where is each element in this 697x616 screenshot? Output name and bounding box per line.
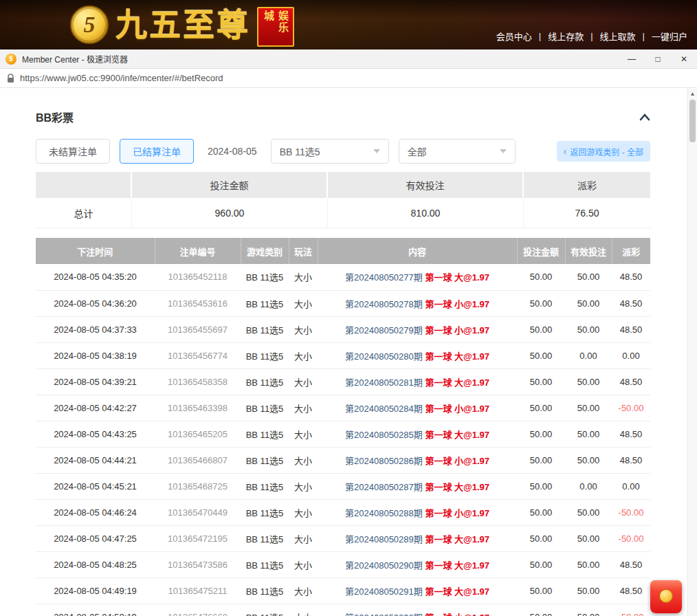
bet-table-body: 2024-08-05 04:35:20101365452118BB 11选5大小… <box>36 264 650 616</box>
content-cell: 第202408050287期 第一球 大@1.97 <box>318 473 517 499</box>
table-row: 2024-08-05 04:39:21101365458358BB 11选5大小… <box>36 368 650 395</box>
order-id-cell: 101365453616 <box>155 290 241 316</box>
content-cell: 第202408050292期 第一球 小@1.97 <box>318 604 517 616</box>
valid-bet-cell: 50.00 <box>565 604 612 616</box>
pick-text: 第一球 大@1.97 <box>425 430 489 440</box>
game-type-cell: BB 11选5 <box>241 342 289 368</box>
bet-time-cell: 2024-08-05 04:37:33 <box>36 316 155 342</box>
bet-amount-cell: 50.00 <box>517 604 565 616</box>
col-header-order-id: 注单编号 <box>155 238 241 264</box>
order-id-cell: 101365465205 <box>155 421 241 447</box>
payout-cell: -50.00 <box>612 395 650 421</box>
settled-bets-button[interactable]: 已结算注单 <box>120 139 194 164</box>
game-type-cell: BB 11选5 <box>241 368 289 395</box>
payout-cell: 48.50 <box>612 421 650 447</box>
banner-nav-item[interactable]: 一键归户 <box>652 30 687 43</box>
col-header-bet-time: 下注时间 <box>36 238 155 264</box>
bet-amount-cell: 50.00 <box>517 447 565 473</box>
order-id-cell: 101365476668 <box>155 604 241 616</box>
summary-total-row: 总计 960.00 810.00 76.50 <box>36 198 650 228</box>
maximize-button[interactable]: □ <box>645 50 671 68</box>
url-text[interactable]: https://www.jw05.cc:9900/infe/mcenter/#/… <box>20 73 223 83</box>
order-id-cell: 101365456774 <box>155 342 241 368</box>
content-cell: 第202408050289期 第一球 大@1.97 <box>318 525 517 551</box>
valid-bet-cell: 50.00 <box>565 290 612 316</box>
logo-coin-icon: 5 <box>70 6 109 44</box>
content-cell: 第202408050277期 第一球 大@1.97 <box>318 264 517 290</box>
period-text: 第202408050280期 <box>345 351 425 362</box>
period-text: 第202408050290期 <box>345 560 425 571</box>
play-type-cell: 大小 <box>289 395 318 421</box>
bet-amount-cell: 50.00 <box>517 342 565 368</box>
pick-text: 第一球 大@1.97 <box>425 534 489 544</box>
back-to-category-button[interactable]: ‹ 返回游戏类别 - 全部 <box>557 141 650 162</box>
payout-cell: -50.00 <box>612 604 650 616</box>
pick-text: 第一球 大@1.97 <box>425 377 489 388</box>
table-row: 2024-08-05 04:45:21101365468725BB 11选5大小… <box>36 473 650 499</box>
table-row: 2024-08-05 04:49:19101365475211BB 11选5大小… <box>36 578 650 604</box>
bet-time-cell: 2024-08-05 04:50:19 <box>36 604 155 616</box>
bet-amount-cell: 50.00 <box>517 525 565 551</box>
banner-nav-item[interactable]: 线上取款 <box>600 30 636 43</box>
col-header-valid-bet: 有效投注 <box>565 238 612 264</box>
browser-titlebar: 5 Member Center - 极速浏览器 — □ ✕ <box>0 50 697 69</box>
bet-amount-cell: 50.00 <box>517 421 565 447</box>
play-type-cell: 大小 <box>289 290 318 316</box>
content-cell: 第202408050281期 第一球 大@1.97 <box>318 368 517 395</box>
banner-nav-item[interactable]: 线上存款 <box>548 30 584 43</box>
bet-time-cell: 2024-08-05 04:39:21 <box>36 368 155 395</box>
table-row: 2024-08-05 04:35:20101365452118BB 11选5大小… <box>36 264 650 290</box>
pick-text: 第一球 小@1.97 <box>425 613 489 616</box>
unsettled-bets-button[interactable]: 未结算注单 <box>36 139 110 164</box>
chevron-up-icon <box>639 113 650 121</box>
close-button[interactable]: ✕ <box>671 50 697 68</box>
logo-coin-digit: 5 <box>84 12 96 38</box>
game-select[interactable]: BB 11选5 <box>271 139 389 164</box>
order-id-cell: 101365472195 <box>155 525 241 551</box>
col-header-bet-amount: 投注金额 <box>517 238 565 264</box>
game-type-cell: BB 11选5 <box>241 264 289 290</box>
play-type-cell: 大小 <box>289 604 318 616</box>
content-cell: 第202408050280期 第一球 大@1.97 <box>318 342 517 368</box>
play-type-cell: 大小 <box>289 499 318 525</box>
game-type-cell: BB 11选5 <box>241 316 289 342</box>
valid-bet-cell: 50.00 <box>565 525 612 551</box>
period-text: 第202408050289期 <box>345 534 425 544</box>
play-type-cell: 大小 <box>289 264 318 290</box>
scrollbar-up-arrow[interactable]: ▲ <box>688 89 697 99</box>
bet-time-cell: 2024-08-05 04:42:27 <box>36 395 155 421</box>
game-type-cell: BB 11选5 <box>241 421 289 447</box>
site-logo: 5 九五至尊 娱乐城 <box>70 3 294 46</box>
chevron-down-icon <box>373 149 380 153</box>
bet-amount-cell: 50.00 <box>517 499 565 525</box>
table-row: 2024-08-05 04:36:20101365453616BB 11选5大小… <box>36 290 650 316</box>
minimize-button[interactable]: — <box>619 50 645 68</box>
bet-amount-cell: 50.00 <box>517 264 565 290</box>
payout-cell: 0.00 <box>612 342 650 368</box>
content-cell: 第202408050285期 第一球 大@1.97 <box>318 421 517 447</box>
content-cell: 第202408050284期 第一球 小@1.97 <box>318 395 517 421</box>
collapse-panel-button[interactable] <box>639 113 650 121</box>
period-text: 第202408050279期 <box>345 325 425 336</box>
valid-bet-cell: 50.00 <box>565 551 612 578</box>
scrollbar-thumb[interactable] <box>689 100 696 142</box>
col-header-payout: 派彩 <box>612 238 650 264</box>
bet-time-cell: 2024-08-05 04:38:19 <box>36 342 155 368</box>
table-row: 2024-08-05 04:46:24101365470449BB 11选5大小… <box>36 499 650 525</box>
bet-table-head: 下注时间 注单编号 游戏类别 玩法 内容 投注金额 有效投注 派彩 <box>36 238 650 264</box>
site-banner: 5 九五至尊 娱乐城 会员中心|线上存款|线上取款|一键归户 <box>0 0 697 50</box>
address-bar[interactable]: https://www.jw05.cc:9900/infe/mcenter/#/… <box>0 69 697 88</box>
bet-time-cell: 2024-08-05 04:47:25 <box>36 525 155 551</box>
date-picker[interactable]: 2024-08-05 <box>208 146 257 157</box>
chevron-left-icon: ‹ <box>564 146 567 156</box>
order-id-cell: 101365463398 <box>155 395 241 421</box>
red-packet-icon[interactable] <box>650 580 682 613</box>
banner-nav-item[interactable]: 会员中心 <box>496 30 532 43</box>
page-content: BB彩票 未结算注单 已结算注单 2024-08-05 BB 11选5 全部 ‹… <box>0 88 697 616</box>
order-id-cell: 101365473586 <box>155 551 241 578</box>
pick-text: 第一球 大@1.97 <box>425 351 489 362</box>
bet-time-cell: 2024-08-05 04:45:21 <box>36 473 155 499</box>
game-type-cell: BB 11选5 <box>241 499 289 525</box>
period-text: 第202408050287期 <box>345 482 425 492</box>
category-select[interactable]: 全部 <box>399 139 516 164</box>
